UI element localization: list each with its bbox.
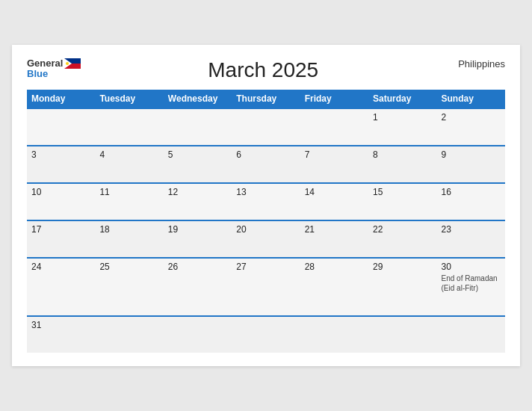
calendar-cell-w0-d0 — [27, 108, 95, 146]
calendar-cell-w1-d3: 6 — [232, 146, 300, 183]
calendar-cell-w5-d0: 31 — [27, 316, 95, 353]
logo-flag-icon — [64, 58, 81, 69]
calendar-week-row-4: 24252627282930End of Ramadan (Eid al-Fit… — [27, 258, 505, 316]
calendar-cell-w0-d5: 1 — [368, 108, 436, 146]
calendar-cell-w1-d2: 5 — [164, 146, 232, 183]
day-number: 29 — [373, 262, 383, 272]
weekday-header-wednesday: Wednesday — [164, 90, 232, 108]
day-number: 21 — [305, 224, 315, 235]
weekday-header-saturday: Saturday — [368, 90, 436, 108]
day-number: 16 — [442, 187, 451, 197]
day-number: 5 — [168, 149, 173, 160]
calendar-week-row-2: 10111213141516 — [27, 183, 505, 220]
calendar-cell-w4-d3: 27 — [232, 258, 300, 316]
calendar-cell-w4-d2: 26 — [164, 258, 232, 316]
calendar-cell-w2-d4: 14 — [300, 183, 368, 220]
calendar-cell-w5-d2 — [164, 316, 232, 353]
calendar-cell-w3-d1: 18 — [95, 220, 163, 258]
day-number: 7 — [305, 149, 310, 160]
calendar-country: Philippines — [445, 58, 505, 69]
calendar-cell-w2-d6: 16 — [437, 183, 505, 220]
calendar-cell-w0-d2 — [164, 108, 232, 146]
weekday-header-sunday: Sunday — [437, 90, 505, 108]
calendar-cell-w4-d4: 28 — [300, 258, 368, 316]
day-number: 31 — [31, 320, 41, 330]
weekday-header-friday: Friday — [300, 90, 368, 108]
calendar-cell-w1-d1: 4 — [95, 146, 163, 183]
day-number: 28 — [305, 262, 315, 272]
day-number: 24 — [31, 262, 41, 272]
calendar-cell-w1-d5: 8 — [368, 146, 436, 183]
calendar-cell-w2-d1: 11 — [95, 183, 163, 220]
calendar-cell-w5-d4 — [300, 316, 368, 353]
day-number: 20 — [236, 224, 246, 235]
calendar-cell-w0-d6: 2 — [437, 108, 505, 146]
day-event: End of Ramadan (Eid al-Fitr) — [442, 274, 501, 293]
calendar-title: March 2025 — [81, 58, 445, 82]
calendar-week-row-0: 12 — [27, 108, 505, 146]
weekday-header-monday: Monday — [27, 90, 95, 108]
svg-point-3 — [66, 62, 69, 65]
calendar-cell-w5-d5 — [368, 316, 436, 353]
calendar-cell-w4-d1: 25 — [95, 258, 163, 316]
calendar-cell-w5-d3 — [232, 316, 300, 353]
day-number: 19 — [168, 224, 178, 235]
day-number: 25 — [99, 262, 109, 272]
calendar-cell-w0-d1 — [95, 108, 163, 146]
day-number: 6 — [236, 149, 241, 160]
calendar-cell-w2-d2: 12 — [164, 183, 232, 220]
calendar-cell-w3-d0: 17 — [27, 220, 95, 258]
weekday-header-row: MondayTuesdayWednesdayThursdayFridaySatu… — [27, 90, 505, 108]
calendar-thead: MondayTuesdayWednesdayThursdayFridaySatu… — [27, 90, 505, 108]
day-number: 15 — [373, 187, 383, 197]
day-number: 3 — [31, 149, 37, 160]
day-number: 30 — [442, 262, 451, 272]
day-number: 13 — [236, 187, 246, 197]
day-number: 9 — [442, 149, 447, 160]
calendar-week-row-1: 3456789 — [27, 146, 505, 183]
calendar-cell-w0-d3 — [232, 108, 300, 146]
calendar-cell-w3-d4: 21 — [300, 220, 368, 258]
calendar-cell-w4-d0: 24 — [27, 258, 95, 316]
calendar-cell-w2-d3: 13 — [232, 183, 300, 220]
day-number: 17 — [31, 224, 41, 235]
calendar-cell-w3-d2: 19 — [164, 220, 232, 258]
day-number: 23 — [442, 224, 451, 235]
day-number: 11 — [99, 187, 109, 197]
calendar-grid: MondayTuesdayWednesdayThursdayFridaySatu… — [27, 90, 505, 353]
calendar-cell-w1-d4: 7 — [300, 146, 368, 183]
logo-blue-text: Blue — [27, 69, 48, 79]
day-number: 2 — [442, 112, 447, 123]
weekday-header-tuesday: Tuesday — [95, 90, 163, 108]
calendar-cell-w5-d6 — [437, 316, 505, 353]
weekday-header-thursday: Thursday — [232, 90, 300, 108]
day-number: 22 — [373, 224, 383, 235]
day-number: 8 — [373, 149, 378, 160]
calendar-container: General Blue March 2025 Philippines Mond… — [12, 45, 520, 366]
calendar-week-row-3: 17181920212223 — [27, 220, 505, 258]
calendar-cell-w4-d5: 29 — [368, 258, 436, 316]
calendar-cell-w0-d4 — [300, 108, 368, 146]
calendar-cell-w3-d5: 22 — [368, 220, 436, 258]
day-number: 1 — [373, 112, 378, 123]
day-number: 14 — [305, 187, 315, 197]
calendar-cell-w4-d6: 30End of Ramadan (Eid al-Fitr) — [437, 258, 505, 316]
calendar-cell-w1-d0: 3 — [27, 146, 95, 183]
calendar-cell-w2-d0: 10 — [27, 183, 95, 220]
calendar-cell-w3-d6: 23 — [437, 220, 505, 258]
calendar-week-row-5: 31 — [27, 316, 505, 353]
day-number: 27 — [236, 262, 246, 272]
day-number: 12 — [168, 187, 178, 197]
calendar-header: General Blue March 2025 Philippines — [27, 58, 505, 82]
calendar-cell-w2-d5: 15 — [368, 183, 436, 220]
calendar-cell-w5-d1 — [95, 316, 163, 353]
day-number: 10 — [31, 187, 41, 197]
day-number: 26 — [168, 262, 178, 272]
day-number: 18 — [99, 224, 109, 235]
calendar-cell-w1-d6: 9 — [437, 146, 505, 183]
day-number: 4 — [99, 149, 105, 160]
calendar-cell-w3-d3: 20 — [232, 220, 300, 258]
calendar-tbody: 1234567891011121314151617181920212223242… — [27, 108, 505, 353]
logo-general-text: General — [27, 58, 63, 69]
logo: General Blue — [27, 58, 81, 80]
